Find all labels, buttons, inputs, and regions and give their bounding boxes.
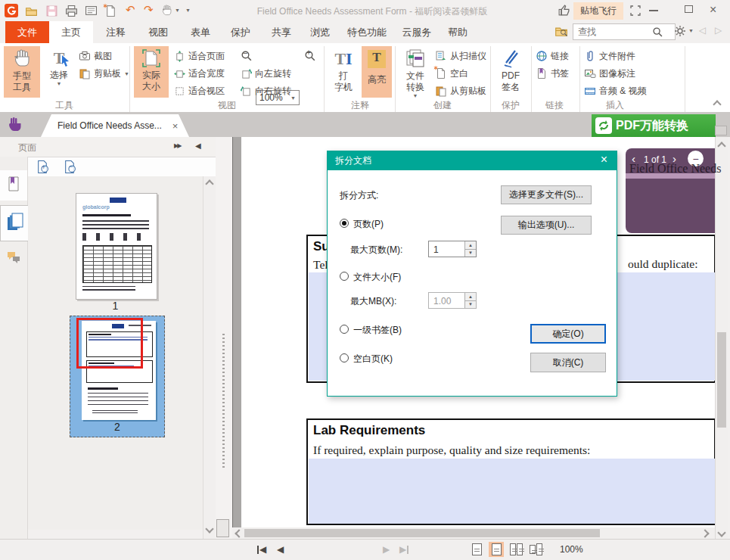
document-vscrollbar[interactable] [715, 137, 728, 539]
minimize-button[interactable] [649, 10, 658, 11]
fit-page-button[interactable]: 适合页面 [174, 48, 225, 64]
cancel-button[interactable]: 取消(C) [530, 353, 606, 372]
scrollbar-split-handle[interactable] [715, 126, 727, 135]
last-page-button[interactable]: ▶ [399, 544, 408, 555]
hscroll-right-icon[interactable] [700, 529, 709, 537]
fullscreen-icon[interactable] [630, 5, 641, 16]
tab-comment[interactable]: 注释 [96, 21, 135, 43]
vscroll-down-icon[interactable] [717, 528, 725, 537]
vscroll-thumb[interactable] [717, 332, 726, 428]
prev-page-button[interactable]: ◀ [277, 544, 284, 555]
tab-help[interactable]: 帮助 [440, 21, 476, 43]
from-scanner-button[interactable]: 从扫描仪 [435, 48, 486, 64]
gear-icon[interactable] [674, 25, 686, 37]
email-icon[interactable] [85, 5, 98, 17]
nav-back-icon[interactable]: ◁ [699, 25, 706, 36]
tab-protect[interactable]: 保护 [222, 21, 259, 43]
tab-browse[interactable]: 浏览 [302, 21, 338, 43]
zoom-in-button[interactable]: + [304, 48, 316, 64]
tab-features[interactable]: 特色功能 [340, 21, 394, 43]
zoom-out-button[interactable]: − [241, 48, 253, 64]
panel-splitter[interactable] [216, 137, 232, 539]
enlarge-thumbnails-icon[interactable]: + [36, 160, 50, 174]
snapshot-button[interactable]: 截图 [79, 48, 112, 64]
tab-share[interactable]: 共享 [262, 21, 300, 43]
spin-down-icon[interactable]: ▼ [465, 250, 476, 257]
max-pages-spinner[interactable]: 1 ▲▼ [428, 241, 477, 257]
tab-home[interactable]: 主页 [49, 21, 93, 43]
select-more-files-button[interactable]: 选择更多文件(S)... [501, 185, 592, 204]
shrink-thumbnails-icon[interactable]: − [63, 160, 77, 174]
collapse-panel-icon[interactable]: ◀ [195, 142, 201, 150]
spin-down-icon[interactable]: ▼ [465, 301, 476, 309]
bookmark-button[interactable]: 书签 [536, 66, 569, 81]
radio-bookmark[interactable] [340, 325, 349, 334]
actual-size-button[interactable]: 实际 大小 [134, 46, 169, 98]
convert-file-button[interactable]: 文件 转换 ▼ [399, 46, 432, 98]
fit-visible-button[interactable]: 适合视区 [174, 83, 225, 98]
close-document-icon[interactable]: × [172, 120, 179, 132]
facing-view-button[interactable] [508, 542, 523, 557]
sidebar-scrollbar[interactable] [203, 176, 216, 539]
rail-pages-item-selected[interactable] [0, 205, 28, 241]
restore-button[interactable] [685, 5, 693, 13]
radio-blank[interactable] [340, 353, 349, 362]
hscroll-thumb[interactable] [244, 529, 600, 537]
fit-width-button[interactable]: 适合宽度 [174, 66, 225, 81]
dialog-titlebar[interactable]: 拆分文档 × [328, 151, 617, 170]
link-button[interactable]: 链接 [536, 48, 569, 64]
print-icon[interactable] [65, 5, 78, 17]
redo-icon[interactable]: ↷ [144, 3, 154, 17]
rotate-right-button[interactable]: 向右旋转 [241, 83, 291, 98]
ok-button[interactable]: 确定(O) [530, 324, 606, 344]
collapse-ribbon-icon[interactable] [713, 100, 721, 108]
radio-filesize[interactable] [340, 272, 349, 281]
form-field-lab[interactable] [309, 459, 715, 524]
image-annotation-button[interactable]: 图像标注 [584, 66, 635, 81]
from-clipboard-button[interactable]: 从剪贴板 [435, 83, 486, 98]
page-nav-overlay[interactable]: ‹ 1 of 1 › − [626, 148, 727, 233]
audio-video-button[interactable]: 音频 & 视频 [584, 83, 647, 98]
spin-up-icon[interactable]: ▲ [465, 293, 476, 301]
continuous-view-button-active[interactable] [489, 542, 504, 557]
scroll-up-icon[interactable] [205, 179, 213, 188]
blank-page-button[interactable]: 空白 [435, 66, 468, 81]
hscroll-left-icon[interactable] [235, 529, 243, 537]
close-window-button[interactable]: × [710, 3, 716, 17]
next-page-button[interactable]: ▶ [383, 544, 390, 555]
splitter-handle[interactable] [216, 519, 229, 537]
dialog-close-icon[interactable]: × [601, 153, 607, 166]
tab-view[interactable]: 视图 [138, 21, 178, 43]
rail-comments-item[interactable] [0, 243, 27, 273]
share-icon[interactable] [558, 4, 570, 17]
pdf-convert-button[interactable]: PDF万能转换 [592, 114, 716, 137]
max-mb-spinner[interactable]: 1.00 ▲▼ [428, 292, 477, 309]
scroll-down-icon[interactable] [205, 524, 213, 533]
vscroll-up-icon[interactable] [717, 142, 725, 150]
nav-forward-icon[interactable]: ▷ [715, 25, 722, 36]
new-document-icon[interactable] [104, 5, 117, 17]
foxit-hand-icon[interactable] [7, 116, 23, 132]
first-page-button[interactable]: ◀ [257, 544, 266, 555]
hand-tool-quick-icon[interactable] [160, 4, 173, 17]
select-button[interactable]: T 选择 ▼ [43, 46, 75, 98]
document-hscrollbar[interactable] [232, 527, 715, 539]
settings-dropdown-icon[interactable]: ▼ [688, 28, 694, 33]
search-folder-icon[interactable] [554, 24, 568, 38]
save-icon[interactable] [45, 5, 58, 17]
continuous-facing-view-button[interactable] [528, 542, 543, 557]
page-thumbnail-2-selection[interactable]: 2 [70, 316, 165, 437]
rotate-left-button[interactable]: 向左旋转 [241, 66, 291, 81]
radio-pages[interactable] [340, 219, 349, 228]
file-attachment-button[interactable]: 文件附件 [584, 48, 635, 64]
spin-up-icon[interactable]: ▲ [465, 241, 476, 250]
page-thumbnail-1[interactable]: globalcorp [76, 193, 157, 300]
single-page-view-button[interactable] [469, 542, 484, 557]
expand-panel-icon[interactable]: ▶▶ [174, 142, 180, 149]
tab-file[interactable]: 文件 [5, 21, 49, 43]
search-input[interactable] [576, 26, 652, 38]
pdf-sign-button[interactable]: PDF 签名 [494, 46, 527, 98]
highlight-button[interactable]: T 高亮 [362, 46, 392, 98]
hand-tool-button[interactable]: 手型 工具 [4, 46, 40, 98]
hand-tool-dropdown-icon[interactable]: ▼ [175, 8, 180, 13]
